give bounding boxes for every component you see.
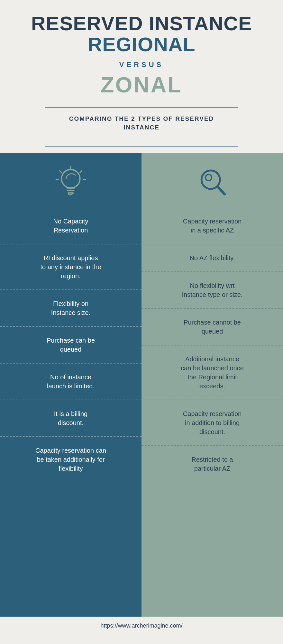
right-row-3: Purchase cannot be queued xyxy=(142,308,283,345)
right-row-1: No AZ flexibility. xyxy=(142,244,283,271)
left-row-2: Flexibility on Instance size. xyxy=(0,289,142,326)
title-zonal: ZONAL xyxy=(19,72,264,97)
footer-url-text: https://www.archerimagine.com/ xyxy=(100,622,182,629)
svg-point-10 xyxy=(205,175,212,181)
left-row-5: It is a billing discount. xyxy=(0,400,142,436)
right-icon-cell xyxy=(142,153,283,208)
right-row-6: Restricted to a particular AZ xyxy=(142,445,283,482)
svg-line-5 xyxy=(60,171,62,173)
svg-line-11 xyxy=(217,186,224,194)
left-row-3: Purchase can be queued xyxy=(0,326,142,363)
lightbulb-icon xyxy=(55,166,87,201)
left-row-6: Capacity reservation can be taken additi… xyxy=(0,436,142,482)
right-row-5: Capacity reservation in addition to bill… xyxy=(142,400,283,445)
left-row-4: No of instance launch is limited. xyxy=(0,363,142,400)
col-right: Capacity reservation in a specific AZ No… xyxy=(142,153,283,617)
right-row-4: Additional instance can be launched once… xyxy=(142,345,283,400)
left-icon-cell xyxy=(0,153,142,208)
col-left: No Capacity Reservation RI discount appl… xyxy=(0,153,142,617)
title-line1: RESERVED INSTANCE xyxy=(19,13,264,34)
magnifier-icon xyxy=(196,166,228,201)
left-row-0: No Capacity Reservation xyxy=(0,208,142,244)
svg-line-6 xyxy=(80,171,82,173)
versus-text: VERSUS xyxy=(19,61,264,69)
right-row-0: Capacity reservation in a specific AZ xyxy=(142,208,283,244)
bottom-divider xyxy=(45,146,238,147)
comparing-title: COMPARING THE 2 TYPES OF RESERVED INSTAN… xyxy=(51,115,232,132)
comparison-table: No Capacity Reservation RI discount appl… xyxy=(0,153,283,617)
right-row-2: No flexibility wrt Instance type or size… xyxy=(142,271,283,308)
comparing-section: COMPARING THE 2 TYPES OF RESERVED INSTAN… xyxy=(19,108,264,139)
footer: https://www.archerimagine.com/ xyxy=(0,617,283,634)
svg-point-0 xyxy=(61,170,80,188)
title-line2: REGIONAL xyxy=(19,34,264,55)
header-section: RESERVED INSTANCE REGIONAL VERSUS ZONAL … xyxy=(0,0,283,153)
left-row-1: RI discount applies to any instance in t… xyxy=(0,244,142,289)
